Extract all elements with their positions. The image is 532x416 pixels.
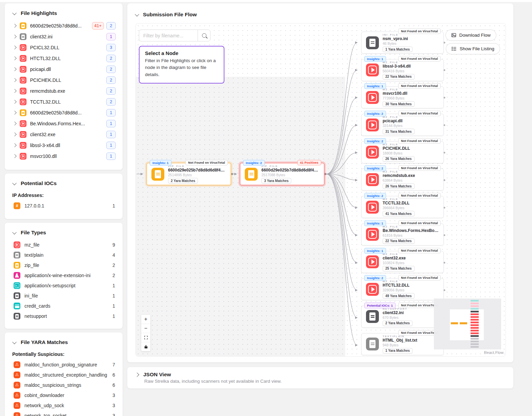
file-type-icon bbox=[14, 272, 20, 279]
file-type-row: credit_cards 1 bbox=[12, 301, 116, 311]
count-badge: 2 bbox=[106, 98, 116, 106]
node-yara-badge: 22 Yara Matches bbox=[383, 74, 415, 79]
search-button[interactable] bbox=[198, 30, 210, 41]
file-type-count: 1 bbox=[112, 293, 115, 299]
file-highlights-header[interactable]: File Highlights bbox=[12, 10, 116, 20]
flow-node[interactable]: Insights: 2 Not Found on VirusTotal MZ_F… bbox=[361, 168, 444, 191]
file-type-icon bbox=[20, 153, 26, 160]
file-type-icon bbox=[366, 201, 379, 214]
file-type-count: 9 bbox=[112, 242, 115, 248]
yara-count: 6 bbox=[112, 372, 115, 378]
json-view-header[interactable]: JSON View bbox=[135, 371, 505, 378]
ioc-value: 127.0.0.1 bbox=[24, 203, 108, 209]
download-flow-button[interactable]: Download Flow bbox=[445, 30, 496, 41]
flow-minimap[interactable] bbox=[434, 299, 501, 349]
file-highlight-row[interactable]: PCICL32.DLL 3 bbox=[12, 42, 116, 53]
node-file-size: 46 Bytes bbox=[383, 41, 397, 46]
warning-icon bbox=[14, 382, 20, 388]
yara-matches-header[interactable]: File YARA Matches bbox=[12, 339, 116, 349]
top-strip bbox=[0, 0, 532, 2]
file-highlight-row[interactable]: PCICHEK.DLL 2 bbox=[12, 75, 116, 86]
file-highlight-row[interactable]: client32.exe 1 bbox=[12, 129, 116, 140]
minimap-node bbox=[471, 324, 479, 326]
file-type-count: 4 bbox=[112, 252, 115, 258]
minimap-node bbox=[471, 330, 479, 331]
file-highlights-list: 6600d29e025b7d8d8d... 41+ 2 client32.ini bbox=[12, 20, 116, 162]
filter-input[interactable] bbox=[139, 30, 198, 41]
chevron-right-icon bbox=[13, 89, 16, 93]
minimap-node bbox=[471, 341, 479, 342]
node-file-size: 103824 Bytes bbox=[383, 261, 404, 265]
node-file-name: HTML_Obj_list.txt bbox=[383, 338, 417, 343]
file-highlight-row[interactable]: pcicapi.dll 2 bbox=[12, 64, 116, 75]
flow-canvas[interactable]: Insights: 1 Not Found on VirusTotal ZIP_… bbox=[135, 23, 506, 357]
fit-view-button[interactable] bbox=[141, 333, 150, 342]
file-type-icon bbox=[20, 33, 26, 40]
flow-node[interactable]: Insights: 2 Not Found on VirusTotal MZ_F… bbox=[361, 278, 444, 300]
chevron-right-icon bbox=[13, 57, 16, 60]
file-highlight-row[interactable]: TCCTL32.DLL 2 bbox=[12, 96, 116, 107]
yara-count: 3 bbox=[112, 413, 115, 416]
lock-button[interactable] bbox=[141, 342, 150, 351]
chevron-right-icon bbox=[13, 122, 16, 126]
positives-badge: 41+ bbox=[92, 22, 104, 30]
count-badge: 1 bbox=[106, 131, 116, 138]
file-highlight-row[interactable]: 6600d29e025b7d8d8d... 1 bbox=[12, 107, 116, 118]
file-highlight-row[interactable]: msvcr100.dll 1 bbox=[12, 151, 116, 162]
show-file-listing-button[interactable]: Show File Listing bbox=[446, 43, 500, 54]
flow-node[interactable]: Insights: 1 Not Found on VirusTotal MZ_F… bbox=[361, 86, 444, 108]
file-highlight-row[interactable]: libssl-3-x64.dll 1 bbox=[12, 140, 116, 151]
node-file-size: 61816 Bytes bbox=[383, 233, 402, 237]
flow-root-node-child-zip[interactable]: Insights: 2 41 Positives ZIP_FILE 6600d2… bbox=[240, 163, 325, 185]
potential-iocs-header[interactable]: Potential IOCs bbox=[12, 180, 116, 191]
file-type-row: application/x-setupscript 1 bbox=[12, 281, 116, 291]
flow-node[interactable]: Insights: 2 Not Found on VirusTotal MZ_F… bbox=[361, 196, 444, 218]
chevron-down-icon bbox=[12, 11, 17, 15]
zoom-out-button[interactable]: − bbox=[141, 324, 150, 333]
file-type-icon bbox=[20, 55, 26, 62]
virustotal-badge: Not Found on VirusTotal bbox=[398, 56, 441, 61]
file-highlight-row[interactable]: HTCTL32.DLL 2 bbox=[12, 53, 116, 64]
potential-iocs-card: Potential IOCs IP Addresses: 127.0.0.1 1 bbox=[5, 174, 123, 219]
download-flow-label: Download Flow bbox=[459, 33, 491, 38]
file-type-row: application/x-wine-extension-ini 2 bbox=[12, 270, 116, 281]
flow-header[interactable]: Submission File Flow bbox=[127, 3, 513, 18]
select-node-body: Filter in File Highlights or click on a … bbox=[145, 57, 218, 78]
flow-node[interactable]: Insights: 2 Not Found on VirusTotal MZ_F… bbox=[361, 141, 444, 163]
node-yara-badge: 49 Yara Matches bbox=[383, 293, 415, 299]
badge-group: 1 bbox=[106, 142, 116, 149]
minimap-viewport[interactable] bbox=[450, 309, 484, 340]
flow-node[interactable]: Not Found on VirusTotal INI_FILE nsm_vpr… bbox=[361, 32, 444, 54]
node-file-name: client32.ini bbox=[383, 310, 404, 315]
count-badge: 2 bbox=[106, 22, 116, 30]
file-types-header[interactable]: File Types bbox=[12, 229, 116, 240]
count-badge: 1 bbox=[106, 152, 116, 160]
file-type-icon bbox=[20, 98, 26, 105]
flow-node[interactable]: Not Found on VirusTotal TEXT/PLAIN HTML_… bbox=[361, 333, 444, 355]
file-highlight-row[interactable]: remcmdstub.exe 2 bbox=[12, 86, 116, 96]
virustotal-badge: Not Found on VirusTotal bbox=[398, 193, 441, 198]
node-file-name: libssl-3-x64.dll bbox=[383, 64, 411, 69]
file-type-count: 2 bbox=[112, 273, 115, 278]
flow-node[interactable]: Insights: 1 Not Found on VirusTotal MZ_F… bbox=[361, 251, 444, 273]
file-highlight-row[interactable]: client32.ini 1 bbox=[12, 31, 116, 42]
yara-matches-card: File YARA Matches Potentially Suspicious… bbox=[5, 332, 123, 416]
minimap-node bbox=[471, 319, 479, 321]
node-yara-badge: 2 Yara Matches bbox=[168, 178, 198, 183]
flow-controls: + − bbox=[141, 315, 150, 351]
yara-count: 7 bbox=[112, 362, 115, 367]
flow-node[interactable]: Potential IOCs: 1 Not Found on VirusTota… bbox=[361, 306, 444, 328]
flow-node[interactable]: Insights: 1 Not Found on VirusTotal MZ_F… bbox=[361, 223, 444, 246]
insights-badge: Insights: 2 bbox=[364, 111, 386, 116]
flow-node[interactable]: Insights: 2 Not Found on VirusTotal MZ_F… bbox=[361, 114, 444, 136]
file-type-name: application/x-wine-extension-ini bbox=[24, 273, 108, 278]
flow-root-node-parent-zip[interactable]: Insights: 1 Not Found on VirusTotal ZIP_… bbox=[146, 163, 231, 185]
file-highlight-row[interactable]: 6600d29e025b7d8d8d... 41+ 2 bbox=[12, 20, 116, 31]
minimap-node bbox=[471, 322, 479, 323]
file-name: HTCTL32.DLL bbox=[30, 56, 103, 61]
file-type-row: zip_file 2 bbox=[12, 260, 116, 270]
flow-node[interactable]: Insights: 1 Not Found on VirusTotal MZ_F… bbox=[361, 59, 444, 81]
file-highlight-row[interactable]: Be.Windows.Forms.Hex... 1 bbox=[12, 118, 116, 129]
zoom-in-button[interactable]: + bbox=[141, 315, 150, 324]
minimap-node bbox=[471, 343, 479, 345]
